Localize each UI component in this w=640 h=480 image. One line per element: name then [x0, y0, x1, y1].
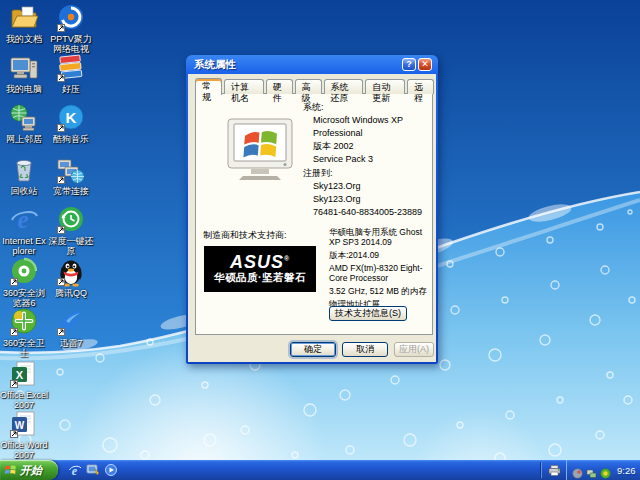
recycle-bin-icon: [9, 155, 39, 185]
shortcut-arrow-icon: [10, 328, 18, 336]
my-documents-icon: [9, 3, 39, 33]
360-browser-icon: [9, 257, 39, 287]
icon-label: 回收站: [0, 186, 48, 196]
desktop-icon-pptv[interactable]: PPTV聚力 网络电视: [47, 3, 95, 54]
desktop-icon-my-documents[interactable]: 我的文档: [0, 3, 48, 44]
desktop-icon-internet-explorer[interactable]: e Internet Explorer: [0, 205, 48, 256]
xunlei-bird-icon: [56, 307, 86, 337]
icon-label: 深度一键还原: [47, 236, 95, 256]
excel-icon: X: [9, 359, 39, 389]
desktop-icon-my-computer[interactable]: 我的电脑: [0, 53, 48, 94]
desktop-icon-haozip[interactable]: 好压: [47, 53, 95, 94]
manufacturer-info: 华硕电脑专用系统 Ghost XP SP3 2014.09 版本:2014.09…: [329, 227, 430, 312]
desktop-icon-xunlei[interactable]: 迅雷7: [47, 307, 95, 348]
svg-text:e: e: [72, 464, 78, 478]
icon-label: Office Excel 2007: [0, 390, 48, 410]
icon-label: Internet Explorer: [0, 236, 48, 256]
tab-hardware[interactable]: 硬件: [266, 79, 293, 94]
haozip-icon: [56, 53, 86, 83]
shortcut-arrow-icon: [57, 176, 65, 184]
desktop-icon-broadband[interactable]: 宽带连接: [47, 155, 95, 196]
icon-label: 360安全卫士: [0, 338, 48, 358]
quicklaunch-ie-icon[interactable]: e: [68, 463, 82, 477]
taskbar-clock[interactable]: 9:26: [617, 465, 636, 476]
desktop-icon-excel[interactable]: X Office Excel 2007: [0, 359, 48, 410]
quicklaunch-media-player-icon[interactable]: [104, 463, 118, 477]
manufacturer-line: 华硕电脑专用系统 Ghost XP SP3 2014.09: [329, 227, 430, 247]
my-computer-icon: [9, 53, 39, 83]
manufacturer-line: 3.52 GHz, 512 MB 的内存: [329, 286, 430, 296]
system-tray: 9:26: [566, 460, 640, 480]
icon-label: 酷狗音乐: [47, 134, 95, 144]
asus-logo: ASUS® 华硕品质·坚若磐石: [204, 246, 316, 292]
tab-computer-name[interactable]: 计算机名: [224, 79, 264, 94]
apply-button[interactable]: 应用(A): [394, 342, 434, 357]
desktop-icon-network-places[interactable]: 网上邻居: [0, 103, 48, 144]
desktop-icon-word[interactable]: W Office Word 2007: [0, 409, 48, 460]
qq-penguin-icon: [56, 257, 86, 287]
ok-button[interactable]: 确定: [290, 342, 336, 357]
pptv-icon: [56, 3, 86, 33]
registered-info: Sky123.Org Sky123.Org 76481-640-8834005-…: [313, 180, 422, 219]
shortcut-arrow-icon: [57, 328, 65, 336]
icon-label: 腾讯QQ: [47, 288, 95, 298]
desktop-icon-kugou[interactable]: K 酷狗音乐: [47, 103, 95, 144]
desktop-icon-qq[interactable]: 腾讯QQ: [47, 257, 95, 298]
tray-360-icon[interactable]: [600, 465, 611, 476]
icon-label: 360安全浏览器6: [0, 288, 48, 308]
icon-label: 网上邻居: [0, 134, 48, 144]
start-button[interactable]: 开始: [0, 460, 58, 480]
dialog-titlebar[interactable]: 系统属性 ? ✕: [188, 55, 436, 74]
desktop-icon-360-safety[interactable]: 360安全卫士: [0, 307, 48, 358]
taskbar: 开始 e: [0, 460, 640, 480]
icon-label: 好压: [47, 84, 95, 94]
desktop-icon-recycle-bin[interactable]: 回收站: [0, 155, 48, 196]
cancel-button[interactable]: 取消: [342, 342, 388, 357]
windows-xp-logo-icon: [227, 118, 299, 182]
tray-volume-icon[interactable]: [572, 465, 583, 476]
word-icon: W: [9, 409, 39, 439]
desktop-icon-360-browser[interactable]: 360安全浏览器6: [0, 257, 48, 308]
quick-launch-bar: e: [64, 460, 122, 480]
shortcut-arrow-icon: [10, 380, 18, 388]
manufacturer-line: AMD FX(tm)-8320 Eight-Core Processor: [329, 263, 430, 283]
shortcut-arrow-icon: [57, 226, 65, 234]
system-info: Microsoft Windows XP Professional 版本 200…: [313, 114, 403, 166]
desktop-icon-onekey-restore[interactable]: 深度一键还原: [47, 205, 95, 256]
tab-remote[interactable]: 远程: [407, 79, 434, 94]
start-label: 开始: [20, 463, 42, 478]
icon-label: Office Word 2007: [0, 440, 48, 460]
manufacturer-line: 版本:2014.09: [329, 250, 430, 260]
svg-text:K: K: [66, 109, 77, 126]
tab-auto-update[interactable]: 自动更新: [365, 79, 405, 94]
360-safety-guard-icon: [9, 307, 39, 337]
icon-label: 我的文档: [0, 34, 48, 44]
shortcut-arrow-icon: [57, 278, 65, 286]
system-line: 版本 2002: [313, 140, 403, 153]
system-line: Professional: [313, 127, 403, 140]
system-line: Microsoft Windows XP: [313, 114, 403, 127]
tab-general[interactable]: 常规: [195, 78, 222, 95]
language-bar[interactable]: [543, 460, 565, 480]
help-button[interactable]: ?: [402, 58, 416, 71]
icon-label: PPTV聚力 网络电视: [47, 34, 95, 54]
asus-slogan: 华硕品质·坚若磐石: [204, 271, 316, 284]
kugou-music-icon: K: [56, 103, 86, 133]
svg-text:e: e: [17, 206, 28, 233]
shortcut-arrow-icon: [10, 430, 18, 438]
taskbar-divider: [540, 462, 542, 478]
quicklaunch-show-desktop-icon[interactable]: [86, 463, 100, 477]
dialog-body: 常规 计算机名 硬件 高级 系统还原 自动更新 远程: [188, 74, 436, 362]
restore-clock-icon: [56, 205, 86, 235]
tray-network-icon[interactable]: [586, 465, 597, 476]
registered-line: 76481-640-8834005-23889: [313, 206, 422, 219]
internet-explorer-icon: e: [9, 205, 39, 235]
support-info-button[interactable]: 技术支持信息(S): [329, 306, 407, 321]
shortcut-arrow-icon: [57, 124, 65, 132]
tab-system-restore[interactable]: 系统还原: [324, 79, 364, 94]
tab-advanced[interactable]: 高级: [295, 79, 322, 94]
close-button[interactable]: ✕: [418, 58, 432, 71]
broadband-connection-icon: [56, 155, 86, 185]
printer-icon: [548, 465, 561, 476]
system-line: Service Pack 3: [313, 153, 403, 166]
